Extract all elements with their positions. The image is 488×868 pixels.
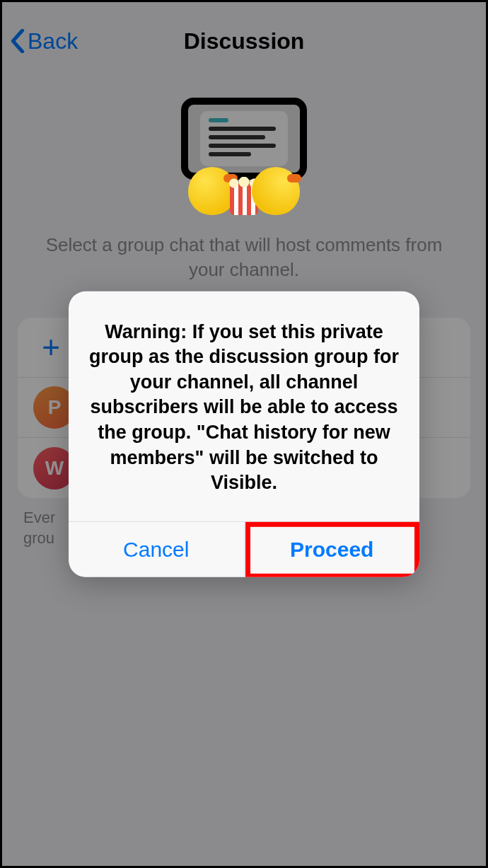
alert-message: Warning: If you set this private group a… [69,291,419,521]
screen: Back Discussion Select a group chat that… [2,2,486,866]
cancel-button[interactable]: Cancel [69,522,245,577]
proceed-button[interactable]: Proceed [245,522,420,577]
ducks-icon [188,158,300,215]
alert-actions: Cancel Proceed [69,522,419,577]
duck-right-icon [249,158,300,215]
alert-dialog: Warning: If you set this private group a… [69,291,419,577]
